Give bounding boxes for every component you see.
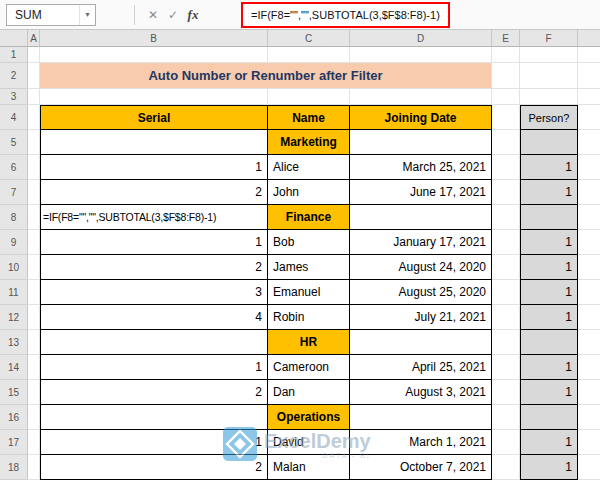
row-header-9[interactable]: 9: [0, 230, 28, 255]
cell-D11[interactable]: August 25, 2020: [350, 280, 492, 305]
cell-C18[interactable]: Malan: [268, 455, 350, 480]
cell-E11[interactable]: [492, 280, 520, 305]
cell-A13[interactable]: [28, 330, 40, 355]
cell-E15[interactable]: [492, 380, 520, 405]
cell-C15[interactable]: Dan: [268, 380, 350, 405]
cell-B5[interactable]: [40, 130, 268, 155]
cell-B7[interactable]: 2: [40, 180, 268, 205]
cell-E16[interactable]: [492, 405, 520, 430]
cell-E3[interactable]: [492, 89, 520, 105]
cell-C10[interactable]: James: [268, 255, 350, 280]
cell-C9[interactable]: Bob: [268, 230, 350, 255]
cell-A5[interactable]: [28, 130, 40, 155]
row-header-1[interactable]: 1: [0, 47, 28, 63]
cell-A9[interactable]: [28, 230, 40, 255]
row-header-10[interactable]: 10: [0, 255, 28, 280]
row-header-6[interactable]: 6: [0, 155, 28, 180]
cell-A7[interactable]: [28, 180, 40, 205]
row-header-11[interactable]: 11: [0, 280, 28, 305]
name-box[interactable]: SUM ▾: [6, 4, 96, 26]
cell-B8[interactable]: =IF(F8="","",SUBTOTAL(3,$F$8:F8)-1): [40, 205, 268, 230]
cell-A15[interactable]: [28, 380, 40, 405]
column-header-B[interactable]: B: [40, 30, 268, 47]
cell-B4[interactable]: Serial: [40, 105, 268, 130]
cell-F15[interactable]: 1: [520, 380, 578, 405]
cell-C13[interactable]: HR: [268, 330, 350, 355]
row-header-17[interactable]: 17: [0, 430, 28, 455]
cell-F18[interactable]: 1: [520, 455, 578, 480]
row-header-12[interactable]: 12: [0, 305, 28, 330]
cell-D8[interactable]: [350, 205, 492, 230]
cell-B15[interactable]: 2: [40, 380, 268, 405]
cell-E17[interactable]: [492, 430, 520, 455]
column-header-C[interactable]: C: [268, 30, 350, 47]
cell-D17[interactable]: March 1, 2021: [350, 430, 492, 455]
cell-E12[interactable]: [492, 305, 520, 330]
cell-D14[interactable]: April 25, 2021: [350, 355, 492, 380]
cell-B17[interactable]: 1: [40, 430, 268, 455]
cell-E10[interactable]: [492, 255, 520, 280]
cell-D3[interactable]: [350, 89, 492, 105]
cell-F11[interactable]: 1: [520, 280, 578, 305]
insert-function-icon[interactable]: fx: [183, 4, 203, 26]
row-header-18[interactable]: 18: [0, 455, 28, 480]
name-box-dropdown-icon[interactable]: ▾: [79, 5, 95, 25]
cell-D15[interactable]: August 3, 2021: [350, 380, 492, 405]
cell-E5[interactable]: [492, 130, 520, 155]
cell-F14[interactable]: 1: [520, 355, 578, 380]
cell-E8[interactable]: [492, 205, 520, 230]
cell-E13[interactable]: [492, 330, 520, 355]
cell-D18[interactable]: October 7, 2021: [350, 455, 492, 480]
cell-E4[interactable]: [492, 105, 520, 130]
cell-A1[interactable]: [28, 47, 40, 63]
cell-B10[interactable]: 2: [40, 255, 268, 280]
cell-A17[interactable]: [28, 430, 40, 455]
enter-icon[interactable]: ✓: [163, 4, 183, 26]
cell-E18[interactable]: [492, 455, 520, 480]
cell-F6[interactable]: 1: [520, 155, 578, 180]
cell-E9[interactable]: [492, 230, 520, 255]
cell-D10[interactable]: August 24, 2020: [350, 255, 492, 280]
cell-D5[interactable]: [350, 130, 492, 155]
cell-C5[interactable]: Marketing: [268, 130, 350, 155]
cell-E14[interactable]: [492, 355, 520, 380]
cell-F9[interactable]: 1: [520, 230, 578, 255]
cell-F13[interactable]: [520, 330, 578, 355]
row-header-15[interactable]: 15: [0, 380, 28, 405]
cell-D16[interactable]: [350, 405, 492, 430]
cell-B2[interactable]: Auto Number or Renumber after Filter: [40, 63, 492, 89]
cell-F4[interactable]: Person?: [520, 105, 578, 130]
cell-A14[interactable]: [28, 355, 40, 380]
cell-C16[interactable]: Operations: [268, 405, 350, 430]
cell-C4[interactable]: Name: [268, 105, 350, 130]
cell-A6[interactable]: [28, 155, 40, 180]
cell-F17[interactable]: 1: [520, 430, 578, 455]
cell-B18[interactable]: 2: [40, 455, 268, 480]
cell-F5[interactable]: [520, 130, 578, 155]
cell-F10[interactable]: 1: [520, 255, 578, 280]
cell-C14[interactable]: Cameroon: [268, 355, 350, 380]
cell-E1[interactable]: [492, 47, 520, 63]
cell-B1[interactable]: [40, 47, 268, 63]
cancel-icon[interactable]: ✕: [143, 4, 163, 26]
cell-F3[interactable]: [520, 89, 578, 105]
column-header-E[interactable]: E: [492, 30, 520, 47]
column-header-D[interactable]: D: [350, 30, 492, 47]
cell-D1[interactable]: [350, 47, 492, 63]
cell-C3[interactable]: [268, 89, 350, 105]
cell-B13[interactable]: [40, 330, 268, 355]
row-header-5[interactable]: 5: [0, 130, 28, 155]
row-header-7[interactable]: 7: [0, 180, 28, 205]
row-header-2[interactable]: 2: [0, 63, 28, 89]
cell-B12[interactable]: 4: [40, 305, 268, 330]
cell-C6[interactable]: Alice: [268, 155, 350, 180]
cell-D12[interactable]: July 21, 2021: [350, 305, 492, 330]
cell-A8[interactable]: [28, 205, 40, 230]
row-header-13[interactable]: 13: [0, 330, 28, 355]
cell-B3[interactable]: [40, 89, 268, 105]
row-header-8[interactable]: 8: [0, 205, 28, 230]
cell-D9[interactable]: January 17, 2021: [350, 230, 492, 255]
cell-A2[interactable]: [28, 63, 40, 89]
cell-C7[interactable]: John: [268, 180, 350, 205]
row-header-16[interactable]: 16: [0, 405, 28, 430]
